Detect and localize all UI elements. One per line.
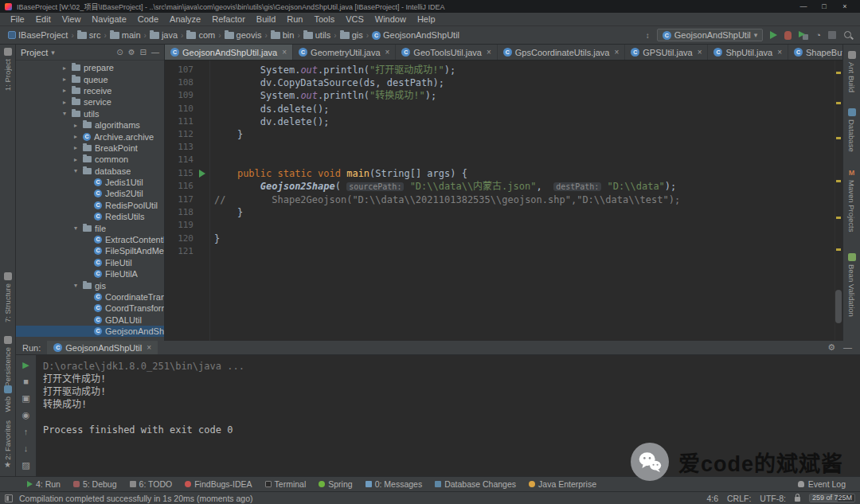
chevron-right-icon[interactable]: ▸ <box>72 133 80 140</box>
lock-icon[interactable] <box>795 497 800 502</box>
gear-icon[interactable]: ⚙ <box>128 48 135 57</box>
chevron-right-icon[interactable]: ▸ <box>61 99 68 106</box>
toolwindow-button-bean-validation[interactable]: Bean Validation <box>843 253 860 317</box>
tree-item-extractcontentf[interactable]: CExtractContentF <box>16 234 164 245</box>
chevron-down-icon[interactable]: ▾ <box>72 167 80 174</box>
menu-item-refactor[interactable]: Refactor <box>206 14 251 24</box>
tree-item-database[interactable]: ▾database <box>16 166 164 177</box>
chevron-right-icon[interactable]: ▸ <box>72 144 80 151</box>
caret-position[interactable]: 4:6 <box>706 494 718 503</box>
toolwindow-button-7-structure[interactable]: 7: Structure <box>0 272 15 322</box>
search-everywhere-icon[interactable] <box>843 30 854 41</box>
toolwindow-toggle-icon[interactable] <box>5 494 13 502</box>
breadcrumb-item-bin[interactable]: bin <box>269 30 296 40</box>
tree-item-jedis2util[interactable]: CJedis2Util <box>16 188 164 199</box>
breadcrumb-item-java[interactable]: java <box>148 30 179 40</box>
project-panel-title[interactable]: Project <box>21 48 48 57</box>
toolwindow-button-database[interactable]: Database <box>843 108 860 152</box>
tree-item-gis[interactable]: ▾gis <box>16 279 164 291</box>
chevron-right-icon[interactable]: ▸ <box>61 76 68 83</box>
favorites-star-icon[interactable]: ★ <box>0 460 15 469</box>
toolwindow-button-web[interactable]: Web <box>0 385 15 412</box>
tree-item-receive[interactable]: ▸receive <box>16 85 164 96</box>
scrollbar-thumb[interactable] <box>835 290 842 323</box>
coverage-button[interactable] <box>799 30 808 40</box>
close-icon[interactable]: × <box>282 48 287 57</box>
tree-item-jedis1util[interactable]: CJedis1Util <box>16 177 164 188</box>
breadcrumb-item-main[interactable]: main <box>108 30 143 40</box>
menu-item-analyze[interactable]: Analyze <box>164 14 206 24</box>
breadcrumb-item-geovis[interactable]: geovis <box>223 30 264 40</box>
menu-item-file[interactable]: File <box>5 14 30 24</box>
tree-item-service[interactable]: ▸service <box>16 96 164 107</box>
menu-item-navigate[interactable]: Navigate <box>86 14 131 24</box>
maximize-button[interactable]: □ <box>814 2 835 10</box>
menu-item-window[interactable]: Window <box>369 14 412 24</box>
chevron-down-icon[interactable]: ▾ <box>72 282 80 289</box>
close-icon[interactable]: × <box>147 343 151 352</box>
toolwindow-button-0-messages[interactable]: 0: Messages <box>359 479 429 489</box>
breadcrumb-item-geojsonandshputil[interactable]: CGeojsonAndShpUtil <box>370 30 461 40</box>
chevron-right-icon[interactable]: ▸ <box>61 87 68 94</box>
tree-item-queue[interactable]: ▸queue <box>16 73 164 84</box>
toolwindow-button-spring[interactable]: Spring <box>312 479 358 489</box>
tree-item-archive-archive[interactable]: ▸CArchive.archive <box>16 131 164 142</box>
toolwindow-button-terminal[interactable]: Terminal <box>259 479 313 489</box>
restore-layout-icon[interactable]: ▣ <box>21 393 32 404</box>
editor-tab-shputil-java[interactable]: CShpUtil.java× <box>708 45 788 60</box>
minimize-button[interactable]: — <box>793 2 814 10</box>
menu-item-build[interactable]: Build <box>251 14 281 24</box>
scroll-down-icon[interactable]: ↓ <box>21 443 32 454</box>
tree-item-filespiltandmer[interactable]: CFileSpiltAndMer <box>16 245 164 256</box>
clear-icon[interactable]: ▨ <box>21 459 32 471</box>
tree-item-file[interactable]: ▾file <box>16 222 164 233</box>
encoding[interactable]: UTF-8: <box>760 494 786 503</box>
editor-tab-geojsonandshputil-java[interactable]: CGeojsonAndShpUtil.java× <box>165 45 293 60</box>
profiler-button[interactable]: ◔ <box>815 30 821 40</box>
tree-item-utils[interactable]: ▾utils <box>16 108 164 119</box>
menu-item-vcs[interactable]: VCS <box>340 14 369 24</box>
tree-item-common[interactable]: ▸common <box>16 154 164 165</box>
close-button[interactable]: × <box>835 2 855 10</box>
editor-scrollbar[interactable] <box>835 61 842 341</box>
chevron-right-icon[interactable]: ▸ <box>72 122 80 129</box>
hide-panel-icon[interactable]: — <box>843 342 852 353</box>
run-config-select[interactable]: C GeojsonAndShpUtil ▾ <box>657 29 764 41</box>
vcs-update-icon[interactable]: ↕ <box>646 31 650 40</box>
breadcrumb-item-gis[interactable]: gis <box>338 30 365 40</box>
chevron-down-icon[interactable]: ▾ <box>61 110 68 117</box>
tree-item-gdalutil[interactable]: CGDALUtil <box>16 315 164 326</box>
line-ending[interactable]: CRLF: <box>727 494 751 503</box>
breadcrumb-item-utils[interactable]: utils <box>302 30 333 40</box>
rerun-icon[interactable]: ▶ <box>21 359 32 370</box>
tree-item-fileutila[interactable]: CFileUtilA <box>16 268 164 279</box>
pin-icon[interactable]: ◉ <box>21 409 32 420</box>
run-tab[interactable]: C GeojsonAndShpUtil × <box>47 341 158 354</box>
hide-panel-icon[interactable]: — <box>151 48 159 57</box>
editor-tab-gpsutil-java[interactable]: CGPSUtil.java× <box>625 45 708 60</box>
tree-item-prepare[interactable]: ▸prepare <box>16 62 164 73</box>
breadcrumb-item-com[interactable]: com <box>185 30 217 40</box>
chevron-down-icon[interactable]: ▾ <box>51 49 55 57</box>
breadcrumb-item-ibaseproject[interactable]: IBaseProject <box>6 30 69 40</box>
close-icon[interactable]: × <box>698 48 702 57</box>
toolwindow-button-database-changes[interactable]: Database Changes <box>428 479 522 489</box>
tree-item-coordtransform[interactable]: CCoordTransform <box>16 303 164 314</box>
toolwindow-button-findbugs-idea[interactable]: FindBugs-IDEA <box>178 479 258 489</box>
toolwindow-button-java-enterprise[interactable]: Java Enterprise <box>522 479 603 489</box>
tree-item-fileutil[interactable]: CFileUtil <box>16 257 164 268</box>
editor-tab-gpscoordinateutils-java[interactable]: CGpsCoordinateUtils.java× <box>498 45 625 60</box>
menu-item-view[interactable]: View <box>57 14 87 24</box>
code-area[interactable]: 107 System.out.println("打开驱动成功!");108 dv… <box>165 61 835 341</box>
toolwindow-button-maven-projects[interactable]: MMaven Projects <box>843 169 860 232</box>
toolwindow-button-5-debug[interactable]: 5: Debug <box>67 479 123 489</box>
tree-item-geojsonandshp[interactable]: CGeojsonAndShp <box>16 326 164 337</box>
tree-item-redispoolutil[interactable]: CRedisPoolUtil <box>16 200 164 211</box>
breadcrumb-item-src[interactable]: src <box>76 30 103 40</box>
gear-icon[interactable]: ⚙ <box>827 342 835 353</box>
menu-item-code[interactable]: Code <box>132 14 164 24</box>
stop-button[interactable] <box>828 31 836 39</box>
locate-file-icon[interactable]: ⊙ <box>116 48 123 57</box>
editor-tab-geotoolsutil-java[interactable]: CGeoToolsUtil.java× <box>396 45 497 60</box>
toolwindow-button-2-favorites[interactable]: 2: Favorites <box>0 409 15 460</box>
